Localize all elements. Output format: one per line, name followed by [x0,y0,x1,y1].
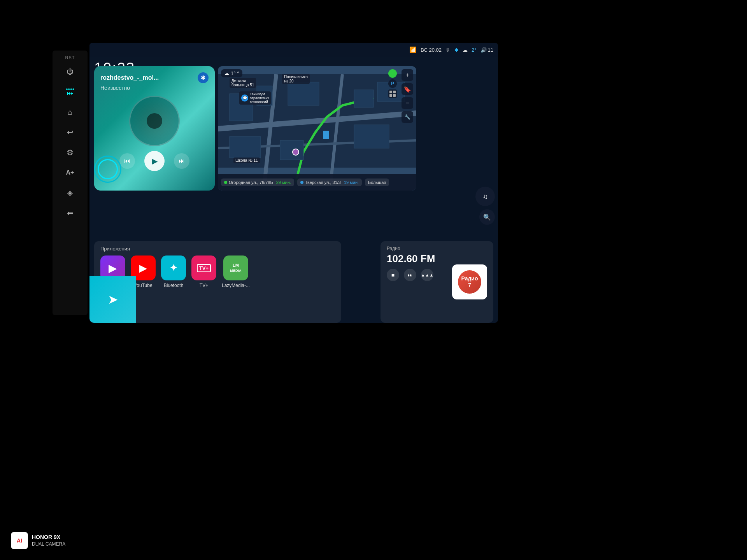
radio-frequency: 102.60 FM [387,253,487,265]
map-settings-icon[interactable]: 🔧 [402,111,413,123]
power-button[interactable]: ⏻ [61,63,79,80]
radio-next-button[interactable]: ⏭ [404,269,416,281]
honor-model-text: HONOR 9X DUAL CAMERA [32,534,65,548]
tvplus-app-item[interactable]: TV+ TV+ [191,256,216,288]
tvplus-app-label: TV+ [200,283,208,288]
prev-button[interactable]: ⏮ [119,153,135,169]
tvplus-app-icon: TV+ [191,256,216,280]
nav-destinations: Огородная ул., 76/78Б 29 мин. Тверская у… [218,174,416,191]
dest1-address: Огородная ул., 76/78Б [229,180,273,185]
network-button[interactable]: ●●●● H+ [61,83,79,100]
dest2-address: Тверская ул., 31/3 [305,180,341,185]
svg-rect-8 [354,90,374,107]
album-art [129,96,180,146]
navigation-arrow-icon: ➤ [108,292,118,307]
bt-icon: ✱ [454,47,459,53]
map-label-poly: Поликлиника№ 20 [282,74,310,84]
rst-label: RST [65,55,75,60]
cloud-icon: ☁ [463,47,468,53]
honor-camera-label: DUAL CAMERA [32,541,65,548]
zoom-out-button[interactable]: − [402,97,413,109]
alexa-inner-ring [98,159,118,179]
destination-3[interactable]: Большая [365,178,389,186]
navigation-fab-button[interactable]: ➤ [89,276,136,323]
grid-menu-icon[interactable] [388,89,397,98]
destination-1[interactable]: Огородная ул., 76/78Б 29 мин. [221,178,294,186]
svg-point-14 [293,149,299,155]
dest2-time: 19 мин. [344,180,359,185]
lazymedia-app-icon: LMMEDIA [223,256,248,280]
bluetooth-app-icon: ✦ [161,256,186,280]
map-right-icons: P [388,69,397,98]
lazymedia-app-item[interactable]: LMMEDIA LazyMedia-... [222,256,250,288]
youtube-app-label: YouTube [134,283,152,288]
return-button[interactable]: ⬅ [61,205,79,222]
radio-logo: Радио7 [452,264,487,299]
home-button[interactable]: ⌂ [61,103,79,121]
track-name: rozhdestvo_-_mol... [100,74,159,81]
dest1-dot [224,181,227,184]
radio7-logo-circle: Радио7 [458,270,481,294]
side-panel: RST ⏻ ●●●● H+ ⌂ ↩ ⚙ A+ ◈ ⬅ [53,51,88,315]
honor-ai-text: AI [17,537,22,544]
bookmark-button[interactable]: 🔖 [402,83,413,95]
dest3-address: Большая [368,180,386,185]
bluetooth-app-label: Bluetooth [164,283,184,288]
next-button[interactable]: ⏭ [174,153,189,169]
radio-widget: Радио 102.60 FM ■ ⏭ ▲▲▲ Радио7 [381,241,493,323]
svg-rect-12 [354,125,389,148]
bluetooth-connected-icon: ✱ [198,72,209,83]
volume-status: 🔊 11 [480,47,493,53]
mic-icon: 🎙 [445,47,451,53]
radio7-label: Радио7 [461,275,478,289]
radio-signal-button[interactable]: ▲▲▲ [421,269,433,281]
bluetooth-symbol-icon: ✦ [170,262,177,273]
bluetooth-app-item[interactable]: ✦ Bluetooth [161,256,186,288]
nav-widget[interactable]: Детскаябольница 51 Поликлиника№ 20 💬 Тех… [218,66,416,191]
alexa-button[interactable] [94,156,121,183]
music-title-row: rozhdestvo_-_mol... ✱ [100,72,209,83]
day-date: ВС 20.02 [421,47,442,53]
youtube-play-icon: ▶ [139,262,147,274]
honor-model-label: HONOR 9X [32,534,65,541]
zoom-in-button[interactable]: + [402,69,413,81]
font-size-button[interactable]: A+ [61,164,79,181]
wifi-status: 📶 [409,46,417,53]
svg-rect-11 [280,140,303,160]
parking-icon: P [388,79,397,88]
video-play-icon: ▶ [109,262,117,275]
volume-icon: 🔊 [480,47,487,53]
3d-button[interactable]: ◈ [61,184,79,201]
map-temperature: 1° [231,70,235,76]
artist-name: Неизвестно [100,85,209,91]
destination-2[interactable]: Тверская ул., 31/3 19 мин. [297,178,362,186]
honor-watermark: AI HONOR 9X DUAL CAMERA [11,532,65,549]
dest2-dot [300,181,303,184]
radio-label: Радио [387,246,487,251]
dest1-time: 29 мин. [276,180,291,185]
radio-stop-button[interactable]: ■ [387,269,399,281]
settings-button[interactable]: ⚙ [61,144,79,161]
apps-title: Приложения [100,246,335,252]
map-top-controls: ☁ 1°° [221,69,242,77]
green-marker-icon [388,69,397,78]
lazymedia-app-label: LazyMedia-... [222,283,250,288]
honor-logo-icon: AI [11,532,28,549]
music-float-icon[interactable]: ♫ [475,187,495,206]
temperature-status: 2° [472,47,476,53]
map-background: Детскаябольница 51 Поликлиника№ 20 💬 Тех… [218,66,416,191]
map-label-hospital: Детскаябольница 51 [230,78,256,88]
svg-rect-10 [230,136,261,158]
svg-rect-13 [323,131,329,139]
map-label-school: Школа № 11 [233,158,260,163]
back-button[interactable]: ↩ [61,124,79,141]
map-zoom-controls: + 🔖 − 🔧 [402,69,413,123]
wifi-icon: 📶 [409,46,417,53]
search-float-icon[interactable]: 🔍 [479,209,495,225]
album-art-center [147,113,162,129]
map-temp-badge: ☁ 1°° [221,69,242,77]
play-button[interactable]: ▶ [144,151,165,171]
volume-value: 11 [488,47,493,53]
status-bar: 📶 ВС 20.02 🎙 ✱ ☁ 2° 🔊 11 [89,43,498,57]
svg-rect-7 [288,82,319,105]
